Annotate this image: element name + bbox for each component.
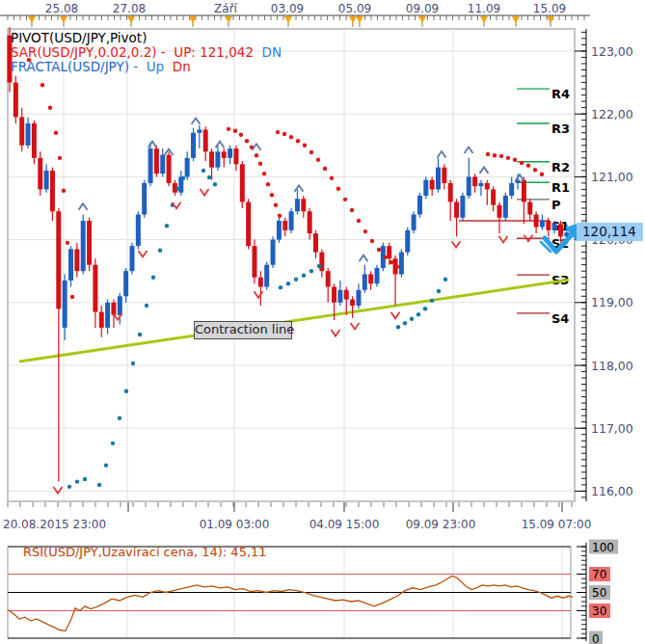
svg-text:P: P — [551, 198, 561, 212]
sar-layer — [27, 58, 544, 489]
svg-text:50: 50 — [592, 586, 606, 600]
svg-text:Září: Září — [214, 2, 238, 15]
svg-text:121,00: 121,00 — [591, 170, 633, 184]
rsi-axis: 1007050300 — [577, 540, 618, 644]
svg-text:S4: S4 — [551, 311, 569, 326]
legend-pivot: PIVOT(USD/JPY,Pivot) — [11, 31, 147, 45]
pivot-lines: R4R3R2R1PS1S2S3S4 — [459, 87, 570, 326]
svg-text:15.09 07:00: 15.09 07:00 — [522, 518, 592, 531]
svg-text:01.09 03:00: 01.09 03:00 — [200, 518, 270, 531]
legend-fractal-text: FRACTAL(USD/JPY) - — [11, 59, 147, 74]
svg-text:R3: R3 — [551, 121, 570, 136]
price-axis: 123,00122,00121,00120,00119,00118,00117,… — [575, 29, 633, 501]
legend-fractal: FRACTAL(USD/JPY) - Up Dn — [11, 60, 191, 74]
svg-text:100: 100 — [592, 541, 614, 554]
current-price-tag: 120,114 — [577, 223, 643, 241]
svg-text:116,00: 116,00 — [591, 484, 633, 498]
candles-layer — [8, 27, 570, 481]
svg-text:123,00: 123,00 — [591, 44, 633, 59]
svg-text:R4: R4 — [551, 87, 570, 101]
svg-text:117,00: 117,00 — [591, 421, 633, 436]
svg-text:03.09: 03.09 — [271, 2, 304, 15]
legend-sar-text: SAR(USD/JPY,0.02,0.2) - UP: 121,042 — [11, 44, 262, 60]
legend-sar: SAR(USD/JPY,0.02,0.2) - UP: 121,042 DN — [11, 45, 282, 60]
svg-text:09.09 23:00: 09.09 23:00 — [406, 518, 476, 531]
svg-text:30: 30 — [592, 604, 606, 618]
svg-text:20.08.2015 23:00: 20.08.2015 23:00 — [3, 518, 106, 531]
legend-fractal-up: Up — [147, 59, 164, 74]
svg-text:R1: R1 — [551, 180, 570, 195]
svg-text:15.09: 15.09 — [533, 2, 566, 15]
svg-text:119,00: 119,00 — [591, 295, 633, 309]
rsi-legend: RSI(USD/JPY,Uzavírací cena, 14): 45,11 — [23, 545, 267, 559]
svg-text:25.08: 25.08 — [45, 2, 78, 15]
time-axis-bottom: 20.08.2015 23:0001.09 03:0004.09 15:0009… — [3, 502, 591, 531]
svg-text:70: 70 — [592, 568, 606, 581]
legend-sar-dn: DN — [262, 44, 282, 60]
legend-fractal-dn: Dn — [164, 59, 191, 74]
svg-text:05.09: 05.09 — [338, 2, 371, 15]
svg-text:R2: R2 — [551, 160, 570, 174]
contraction-line-label[interactable]: Contraction line — [194, 321, 292, 339]
fractals-layer — [54, 119, 533, 494]
svg-text:04.09 15:00: 04.09 15:00 — [309, 518, 380, 531]
svg-text:11.09: 11.09 — [468, 2, 500, 15]
svg-text:09.09: 09.09 — [406, 2, 439, 15]
svg-text:122,00: 122,00 — [591, 107, 633, 121]
svg-text:27.08: 27.08 — [113, 2, 146, 15]
svg-text:118,00: 118,00 — [591, 359, 633, 373]
rsi-panel — [8, 547, 573, 638]
svg-text:0: 0 — [592, 632, 600, 644]
trading-chart-window: R4R3R2R1PS1S2S3S425.0827.08Září03.0905.0… — [0, 0, 645, 644]
time-axis-top: 25.0827.08Září03.0905.0909.0911.0915.09 — [0, 2, 590, 27]
